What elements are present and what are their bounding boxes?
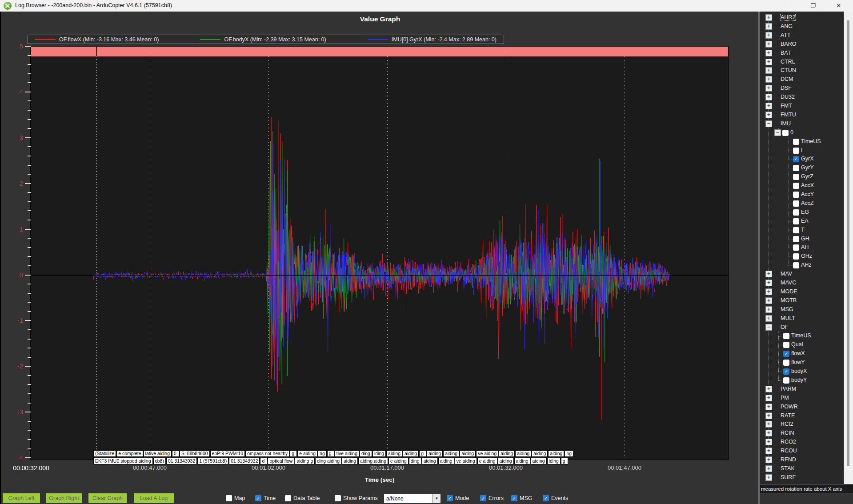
toolbar-checkbox-msg[interactable]: ✓MSG xyxy=(511,495,532,502)
tree-checkbox-unchecked[interactable] xyxy=(783,377,789,384)
tree-group-label[interactable]: MOTB xyxy=(781,297,797,304)
restore-button[interactable]: ❐ xyxy=(803,0,823,12)
tree-group-label[interactable]: DCM xyxy=(781,76,793,82)
tree-checkbox-unchecked[interactable] xyxy=(793,183,799,189)
tree-subgroup-label[interactable]: 0 xyxy=(790,129,793,136)
tree-group-label[interactable]: ANG xyxy=(781,23,793,29)
checkbox-unchecked-icon[interactable] xyxy=(285,495,291,501)
tree-group-label[interactable]: MAV xyxy=(781,271,792,277)
checkbox-checked-icon[interactable]: ✓ xyxy=(480,495,486,501)
tree-expand-toggle[interactable]: + xyxy=(765,315,772,322)
tree-group-label[interactable]: DSF xyxy=(781,85,792,91)
tree-collapse-toggle[interactable]: − xyxy=(765,120,772,127)
tree-checkbox-unchecked[interactable] xyxy=(782,130,789,136)
tree-group-label[interactable]: BAT xyxy=(781,50,791,56)
close-button[interactable]: ✕ xyxy=(829,0,849,12)
tree-group-label[interactable]: CTRL xyxy=(781,59,795,65)
tree-group-label[interactable]: IMU xyxy=(781,120,791,127)
checkbox-unchecked-icon[interactable] xyxy=(335,495,341,501)
chevron-down-icon[interactable]: ▼ xyxy=(433,494,441,503)
tree-expand-toggle[interactable]: + xyxy=(765,288,772,295)
tree-checkbox-unchecked[interactable] xyxy=(783,333,789,339)
tree-group-label[interactable]: POWR xyxy=(781,404,798,410)
tree-field-label[interactable]: GyrZ xyxy=(801,173,813,180)
tree-checkbox-unchecked[interactable] xyxy=(793,253,799,260)
tree-checkbox-unchecked[interactable] xyxy=(793,165,799,171)
tree-expand-toggle[interactable]: + xyxy=(765,421,772,428)
checkbox-checked-icon[interactable]: ✓ xyxy=(447,495,453,501)
toolbar-checkbox-time[interactable]: ✓Time xyxy=(255,495,276,502)
tree-expand-toggle[interactable]: + xyxy=(765,103,772,109)
tree-checkbox-unchecked[interactable] xyxy=(793,262,799,268)
toolbar-checkbox-map[interactable]: Map xyxy=(226,495,245,502)
tree-group-label[interactable]: RCIN xyxy=(781,430,794,436)
tree-checkbox-unchecked[interactable] xyxy=(783,360,789,366)
tree-field-label[interactable]: GyrY xyxy=(801,164,813,171)
graph-source-dropdown[interactable]: a/None ▼ xyxy=(384,494,441,503)
tree-expand-toggle[interactable]: + xyxy=(765,412,772,419)
tree-checkbox-unchecked[interactable] xyxy=(793,209,799,216)
toolbar-checkbox-errors[interactable]: ✓Errors xyxy=(480,495,504,502)
tree-field-label[interactable]: AccX xyxy=(801,182,814,188)
checkbox-checked-icon[interactable]: ✓ xyxy=(255,495,261,501)
tree-group-label[interactable]: RCOU xyxy=(781,448,797,454)
tree-checkbox-checked[interactable]: ✓ xyxy=(793,156,799,162)
tree-expand-toggle[interactable]: + xyxy=(765,386,772,392)
tree-field-label[interactable]: flowX xyxy=(791,350,805,356)
tree-field-label[interactable]: EA xyxy=(801,218,809,224)
tree-field-label[interactable]: flowY xyxy=(791,359,805,365)
tree-expand-toggle[interactable]: + xyxy=(765,50,772,56)
panel-splitter[interactable] xyxy=(758,12,760,504)
tree-group-label[interactable]: RCI2 xyxy=(781,421,793,427)
tree-expand-toggle[interactable]: + xyxy=(765,448,772,454)
tree-field-label[interactable]: bodyY xyxy=(791,377,807,383)
tree-field-label[interactable]: Qual xyxy=(791,341,803,348)
tree-expand-toggle[interactable]: + xyxy=(765,297,772,304)
tree-checkbox-unchecked[interactable] xyxy=(793,192,799,198)
tree-field-label[interactable]: EG xyxy=(801,209,809,215)
toolbar-checkbox-mode[interactable]: ✓Mode xyxy=(447,495,469,502)
tree-group-label[interactable]: BARO xyxy=(781,41,796,47)
tree-group-label[interactable]: OF xyxy=(781,324,788,330)
tree-checkbox-checked[interactable]: ✓ xyxy=(783,351,789,357)
tree-expand-toggle[interactable]: + xyxy=(765,94,772,100)
tree-expand-toggle[interactable]: + xyxy=(765,41,772,48)
tree-expand-toggle[interactable]: + xyxy=(765,404,772,410)
tree-expand-toggle[interactable]: + xyxy=(765,85,772,92)
tree-expand-toggle[interactable]: + xyxy=(765,271,772,277)
tree-expand-toggle[interactable]: + xyxy=(765,280,772,286)
tree-expand-toggle[interactable]: + xyxy=(765,76,772,83)
tree-scrollbar-thumb[interactable] xyxy=(847,20,849,466)
tree-checkbox-unchecked[interactable] xyxy=(793,148,799,154)
tree-collapse-toggle[interactable]: − xyxy=(765,324,772,331)
tree-field-label[interactable]: I xyxy=(801,147,802,153)
tree-expand-toggle[interactable]: + xyxy=(765,465,772,472)
tree-checkbox-unchecked[interactable] xyxy=(793,227,799,233)
toolbar-checkbox-data-table[interactable]: Data Table xyxy=(285,495,320,502)
tree-checkbox-unchecked[interactable] xyxy=(793,236,799,242)
toolbar-button-graph-left[interactable]: Graph Left xyxy=(3,493,40,503)
tree-group-label[interactable]: AHR2 xyxy=(781,14,795,20)
tree-group-label[interactable]: PARM xyxy=(781,386,796,392)
tree-group-label[interactable]: ATT xyxy=(781,32,791,38)
tree-checkbox-unchecked[interactable] xyxy=(793,218,799,224)
toolbar-checkbox-events[interactable]: ✓Events xyxy=(543,495,568,502)
tree-checkbox-checked[interactable]: ✓ xyxy=(783,368,789,375)
tree-group-label[interactable]: RFND xyxy=(781,456,796,463)
chart-canvas[interactable] xyxy=(31,46,729,460)
tree-field-label[interactable]: bodyX xyxy=(791,368,807,374)
tree-field-label[interactable]: TimeUS xyxy=(791,332,811,339)
tree-group-label[interactable]: SURF xyxy=(781,474,796,480)
tree-field-label[interactable]: GH xyxy=(801,236,809,242)
toolbar-button-load-a-log[interactable]: Load A Log xyxy=(134,493,174,503)
tree-field-label[interactable]: AccY xyxy=(801,191,814,197)
tree-field-label[interactable]: T xyxy=(801,227,805,233)
tree-expand-toggle[interactable]: + xyxy=(765,32,772,39)
tree-expand-toggle[interactable]: + xyxy=(765,439,772,445)
tree-expand-toggle[interactable]: + xyxy=(765,456,772,463)
tree-field-label[interactable]: AccZ xyxy=(801,200,813,206)
toolbar-checkbox-show-params[interactable]: Show Params xyxy=(335,495,378,502)
tree-field-label[interactable]: AH xyxy=(801,244,809,250)
tree-group-label[interactable]: PM xyxy=(781,395,789,401)
tree-checkbox-unchecked[interactable] xyxy=(793,200,799,207)
